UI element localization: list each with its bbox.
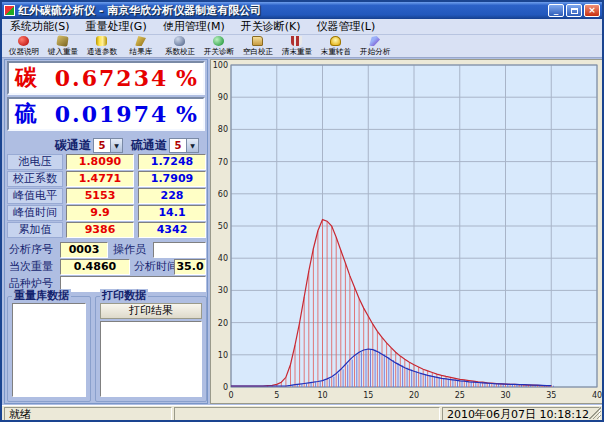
toolbar-button-coefficient-calibration[interactable]: 系数校正: [160, 35, 199, 58]
current-weight-label: 当次重量: [9, 259, 53, 275]
toolbar-button-clear-last-weight[interactable]: 清末重量: [277, 35, 316, 58]
table-row-peak-level: 峰值电平 5153 228: [5, 188, 209, 205]
toolbar-button-instrument-manual[interactable]: 仪器说明: [4, 35, 43, 58]
svg-text:0: 0: [223, 383, 228, 392]
svg-text:10: 10: [317, 391, 327, 400]
window-title: 红外碳硫分析仪 - 南京华欣分析仪器制造有限公司: [18, 3, 548, 18]
svg-text:40: 40: [592, 391, 602, 400]
table-row-peak-time: 峰值时间 9.9 14.1: [5, 205, 209, 222]
svg-text:30: 30: [500, 391, 510, 400]
menu-switch-diagnosis[interactable]: 开关诊断(K): [233, 19, 309, 35]
sulfur-channel-label: 硫通道: [131, 137, 167, 154]
restore-button[interactable]: [566, 4, 582, 17]
cell-voltage-sulfur: 1.7248: [138, 154, 206, 170]
switch-diagnosis-icon: [213, 36, 224, 46]
analysis-time-field[interactable]: 35.0: [174, 259, 206, 275]
print-data-group-label: 打印数据: [100, 289, 148, 303]
status-spacer: [174, 407, 440, 421]
menu-instrument-management[interactable]: 仪器管理(L): [309, 19, 384, 35]
menu-system-functions[interactable]: 系统功能(S): [2, 19, 78, 35]
svg-text:70: 70: [218, 158, 228, 167]
svg-text:5: 5: [274, 391, 279, 400]
svg-text:35: 35: [546, 391, 556, 400]
app-window: 红外碳硫分析仪 - 南京华欣分析仪器制造有限公司 _ × 系统功能(S) 重量处…: [0, 0, 604, 422]
carbon-label: 碳: [15, 63, 37, 93]
channel-selector-row: 碳通道 5 ▼ 硫通道 5 ▼: [5, 136, 209, 154]
measurement-panel: 碳 0.67234 % 硫 0.01974 % 碳通道 5 ▼ 硫通道 5 ▼ …: [4, 59, 208, 404]
toolbar-button-channel-params[interactable]: 通道参数: [82, 35, 121, 58]
svg-text:15: 15: [363, 391, 373, 400]
status-datetime: 2010年06月07日 10:18:12: [442, 407, 600, 421]
svg-text:20: 20: [218, 319, 228, 328]
sulfur-channel-select[interactable]: 5 ▼: [169, 138, 199, 153]
title-bar: 红外碳硫分析仪 - 南京华欣分析仪器制造有限公司 _ ×: [2, 2, 602, 19]
svg-text:25: 25: [455, 391, 465, 400]
carbon-result-display: 碳 0.67234 %: [7, 61, 205, 95]
print-result-area[interactable]: [100, 321, 202, 397]
menu-usage-management[interactable]: 使用管理(M): [155, 19, 233, 35]
status-ready: 就绪: [4, 407, 172, 421]
weight-db-group-label: 重量库数据: [12, 289, 71, 303]
operator-field[interactable]: [153, 242, 206, 258]
correction-coefficient-carbon: 1.4771: [66, 171, 134, 187]
chevron-down-icon[interactable]: ▼: [110, 139, 122, 152]
restore-icon: [571, 8, 578, 14]
carbon-channel-select[interactable]: 5 ▼: [93, 138, 123, 153]
last-weight-to-first-icon: [330, 36, 341, 46]
table-row-accumulated-value: 累加值 9386 4342: [5, 222, 209, 239]
toolbar-button-switch-diagnosis[interactable]: 开关诊断: [199, 35, 238, 58]
instrument-manual-icon: [18, 36, 29, 46]
start-analysis-icon: [369, 36, 380, 46]
svg-text:20: 20: [409, 391, 419, 400]
svg-text:80: 80: [218, 125, 228, 134]
peak-time-carbon: 9.9: [66, 205, 134, 221]
toolbar-button-last-weight-to-first[interactable]: 末重转首: [316, 35, 355, 58]
current-weight-field[interactable]: 0.4860: [60, 259, 130, 275]
svg-text:30: 30: [218, 286, 228, 295]
sulfur-value: 0.01974: [47, 101, 176, 127]
table-row-cell-voltage: 池电压 1.8090 1.7248: [5, 154, 209, 171]
table-row-correction-coefficient: 校正系数 1.4771 1.7909: [5, 171, 209, 188]
weight-db-listbox[interactable]: [12, 303, 86, 397]
toolbar-button-key-in-weight[interactable]: 键入重量: [43, 35, 82, 58]
app-icon: [4, 5, 15, 16]
menu-weight-processing[interactable]: 重量处理(G): [78, 19, 155, 35]
toolbar-button-results-db[interactable]: 结果库: [121, 35, 160, 58]
svg-text:60: 60: [218, 190, 228, 199]
sulfur-label: 硫: [15, 99, 37, 129]
blank-calibration-icon: [252, 36, 263, 46]
chevron-down-icon[interactable]: ▼: [186, 139, 198, 152]
accumulated-value-carbon: 9386: [66, 222, 134, 238]
carbon-channel-label: 碳通道: [55, 137, 91, 154]
sulfur-result-display: 硫 0.01974 %: [7, 97, 205, 131]
status-bar: 就绪 2010年06月07日 10:18:12: [2, 405, 602, 422]
analysis-time-label: 分析时间: [134, 259, 178, 275]
weight-db-group: 重量库数据: [7, 296, 91, 402]
svg-text:90: 90: [218, 93, 228, 102]
sulfur-unit: %: [176, 101, 197, 127]
key-in-weight-icon: [56, 35, 68, 46]
resize-grip-icon[interactable]: [589, 407, 601, 419]
toolbar: 仪器说明 键入重量 通道参数 结果库 系数校正 开关诊断 空白校正 清末重量: [2, 35, 602, 58]
svg-text:0: 0: [228, 391, 233, 400]
peak-level-carbon: 5153: [66, 188, 134, 204]
svg-text:50: 50: [218, 222, 228, 231]
analysis-no-field[interactable]: 0003: [60, 242, 108, 258]
minimize-button[interactable]: _: [548, 4, 564, 17]
analysis-no-label: 分析序号: [9, 242, 53, 258]
toolbar-button-start-analysis[interactable]: 开始分析: [355, 35, 394, 58]
toolbar-button-blank-calibration[interactable]: 空白校正: [238, 35, 277, 58]
close-button[interactable]: ×: [584, 4, 600, 17]
svg-text:10: 10: [218, 351, 228, 360]
clear-last-weight-icon: [291, 36, 302, 46]
peak-curves-plot: 01020304050607080901000510152025303540: [211, 60, 603, 403]
analysis-curve-chart: 01020304050607080901000510152025303540: [210, 59, 604, 404]
print-result-header[interactable]: 打印结果: [100, 303, 202, 319]
svg-text:100: 100: [213, 61, 228, 70]
peak-time-sulfur: 14.1: [138, 205, 206, 221]
coefficient-calibration-icon: [174, 36, 185, 46]
print-data-group: 打印数据 打印结果: [95, 296, 207, 402]
carbon-value: 0.67234: [47, 65, 176, 91]
operator-label: 操作员: [113, 242, 146, 258]
channel-params-icon: [96, 36, 107, 46]
